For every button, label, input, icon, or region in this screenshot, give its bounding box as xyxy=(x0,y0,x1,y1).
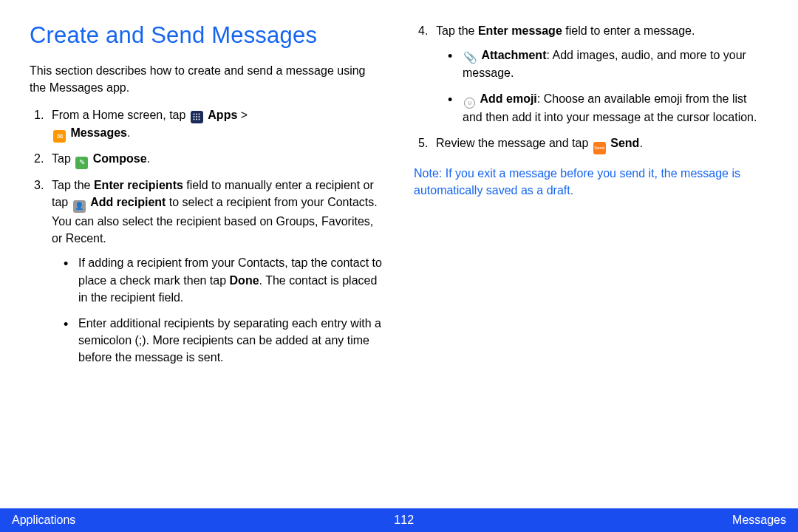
contact-icon: 👤 xyxy=(73,200,86,213)
footer-right: Messages xyxy=(732,514,786,527)
right-column: Tap the Enter message field to enter a m… xyxy=(414,22,768,375)
emoji-icon: ☺ xyxy=(464,98,475,109)
apps-icon xyxy=(191,111,203,123)
svg-point-8 xyxy=(199,119,200,120)
page-number: 112 xyxy=(394,514,414,527)
step-5: Review the message and tap Send Send. xyxy=(436,134,768,154)
step-3-bullet-2: Enter additional recipients by separatin… xyxy=(78,315,384,366)
messages-icon: ✉ xyxy=(53,130,66,143)
intro-text: This section describes how to create and… xyxy=(30,62,384,96)
note-text: Note: If you exit a message before you s… xyxy=(414,165,768,199)
svg-point-5 xyxy=(199,116,200,117)
step-4-bullet-attachment: 📎 Attachment: Add images, audio, and mor… xyxy=(463,47,768,81)
compose-icon: ✎ xyxy=(75,157,88,169)
footer-bar: Applications 112 Messages xyxy=(0,508,798,532)
svg-point-0 xyxy=(194,114,195,115)
page-title: Create and Send Messages xyxy=(30,22,384,49)
left-column: Create and Send Messages This section de… xyxy=(30,22,384,375)
step-3: Tap the Enter recipients field to manual… xyxy=(52,177,384,366)
step-4-bullet-emoji: ☺ Add emoji: Choose an available emoji f… xyxy=(463,90,768,126)
svg-point-3 xyxy=(194,116,195,117)
svg-point-1 xyxy=(196,114,197,115)
svg-point-4 xyxy=(196,116,197,117)
svg-point-7 xyxy=(196,119,197,120)
step-4: Tap the Enter message field to enter a m… xyxy=(436,22,768,126)
svg-point-2 xyxy=(199,114,200,115)
svg-point-6 xyxy=(194,119,195,120)
step-3-bullet-1: If adding a recipient from your Contacts… xyxy=(78,254,384,306)
step-1: From a Home screen, tap Apps > ✉ Message… xyxy=(52,106,384,143)
send-icon: Send xyxy=(593,142,606,154)
attachment-icon: 📎 xyxy=(464,52,477,64)
footer-left: Applications xyxy=(12,514,75,527)
step-2: Tap ✎ Compose. xyxy=(52,150,384,169)
